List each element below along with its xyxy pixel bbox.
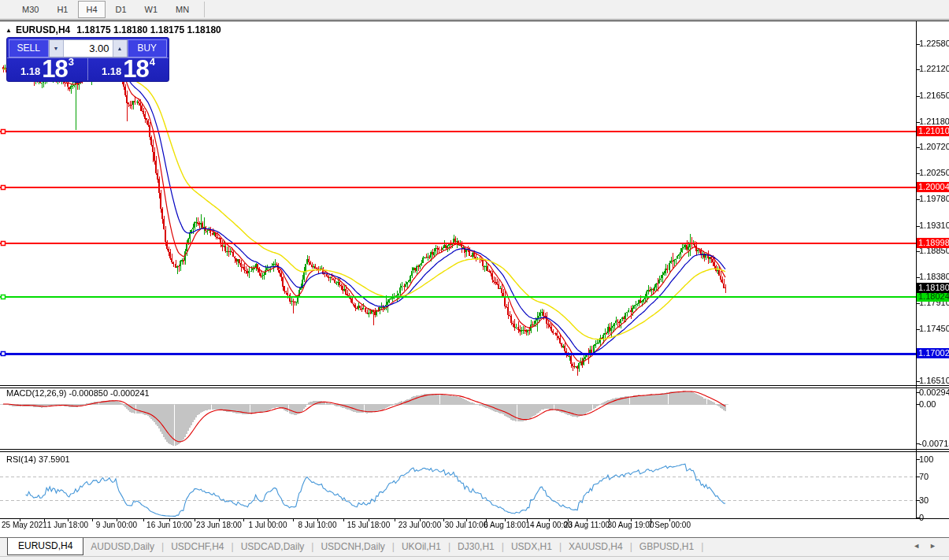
sell-price-display[interactable]: 1.18 18 3 — [7, 58, 87, 80]
chart-tab-usdcad-daily[interactable]: USDCAD,Daily — [234, 538, 312, 555]
chart-tab-usdchf-h4[interactable]: USDCHF,H4 — [164, 538, 231, 555]
timeframe-button-m30[interactable]: M30 — [14, 1, 46, 18]
sell-price-pip-digit: 3 — [69, 56, 74, 68]
chart-tab-eurusd-h4[interactable]: EURUSD,H4 — [7, 538, 83, 555]
tab-scroll-arrows: ◄ ► — [913, 538, 936, 550]
timeframe-button-w1[interactable]: W1 — [137, 1, 166, 18]
timeframe-button-h1[interactable]: H1 — [49, 1, 76, 18]
timeframe-button-mn[interactable]: MN — [168, 1, 197, 18]
chart-tabs-bar: EURUSD,H4AUDUSD,Daily|USDCHF,H4|USDCAD,D… — [0, 537, 949, 556]
chart-tab-usdcnh-daily[interactable]: USDCNH,Daily — [313, 538, 391, 555]
macd-indicator-label: MACD(12,26,9) -0.000850 -0.000241 — [6, 388, 150, 398]
buy-price-big-digits: 18 — [123, 60, 148, 79]
chart-tab-dj30-h1[interactable]: DJ30,H1 — [450, 538, 502, 555]
chart-tab-audusd-daily[interactable]: AUDUSD,Daily — [83, 538, 161, 555]
timeframe-group: M30H1H4D1W1MN — [14, 1, 205, 18]
timeframe-button-d1[interactable]: D1 — [108, 1, 135, 18]
chart-symbol-period: EURUSD,H4 — [16, 24, 70, 35]
volume-increase-button[interactable]: ▲ — [113, 40, 127, 57]
toolbar-separator — [204, 2, 205, 17]
sell-price-prefix: 1.18 — [20, 65, 40, 77]
tab-separator: | — [701, 538, 703, 552]
sell-price-big-digits: 18 — [42, 60, 67, 79]
volume-decrease-button[interactable]: ▼ — [50, 40, 64, 57]
status-bar — [0, 556, 949, 560]
buy-price-pip-digit: 4 — [150, 56, 155, 68]
chart-canvas[interactable] — [0, 0, 949, 560]
trade-prices-row: 1.18 18 3 1.18 18 4 — [7, 58, 169, 80]
tab-scroll-left-icon[interactable]: ◄ — [913, 542, 920, 550]
chart-title: ▲ EURUSD,H4 1.18175 1.18180 1.18175 1.18… — [6, 24, 221, 35]
timeframe-toolbar: M30H1H4D1W1MN — [0, 0, 949, 20]
volume-input[interactable] — [64, 40, 113, 57]
buy-price-prefix: 1.18 — [102, 65, 121, 77]
collapse-panel-arrow-icon[interactable]: ▲ — [6, 27, 12, 34]
chart-tab-usdx-h1[interactable]: USDX,H1 — [504, 538, 559, 555]
buy-price-display[interactable]: 1.18 18 4 — [87, 58, 169, 80]
tab-scroll-right-icon[interactable]: ► — [929, 542, 936, 550]
chart-tab-gbpusd-h1[interactable]: GBPUSD,H1 — [632, 538, 701, 555]
chart-tab-xauusd-h4[interactable]: XAUUSD,H4 — [562, 538, 630, 555]
rsi-indicator-label: RSI(14) 37.5901 — [6, 454, 70, 464]
chart-tabs-list: EURUSD,H4AUDUSD,Daily|USDCHF,H4|USDCAD,D… — [0, 538, 703, 555]
one-click-trading-panel: SELL ▼ ▲ BUY 1.18 18 3 1.18 18 4 — [6, 37, 169, 82]
chart-ohlc-values: 1.18175 1.18180 1.18175 1.18180 — [76, 24, 221, 35]
chart-tab-ukoil-h1[interactable]: UKOil,H1 — [395, 538, 448, 555]
timeframe-button-h4[interactable]: H4 — [78, 1, 105, 18]
